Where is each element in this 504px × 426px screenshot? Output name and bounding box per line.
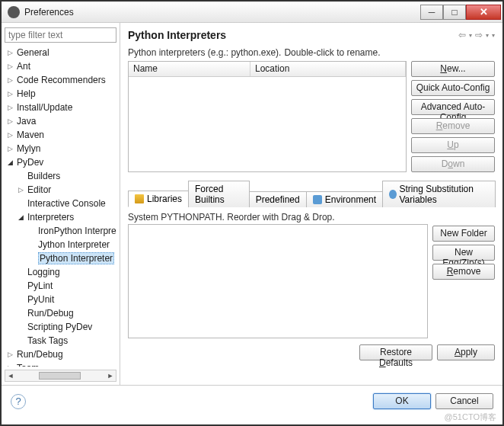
- tree-item-jython-interpreter[interactable]: Jython Interpreter: [5, 238, 116, 251]
- tree-item-code-recommenders[interactable]: ▷Code Recommenders: [5, 73, 116, 87]
- help-icon[interactable]: ?: [11, 394, 26, 409]
- tree-item-task-tags[interactable]: Task Tags: [5, 334, 116, 348]
- tree-item-run-debug[interactable]: ▷Run/Debug: [5, 348, 116, 361]
- tree-item-label: IronPython Interpre: [38, 226, 116, 236]
- tree-item-label: Python Interpreter: [38, 252, 114, 264]
- chevron-down-icon[interactable]: ◢: [18, 213, 27, 221]
- quick-auto-config-button[interactable]: Quick Auto-Config: [411, 80, 495, 96]
- tree-item-interpreters[interactable]: ◢Interpreters: [5, 210, 116, 224]
- tree-item-install-update[interactable]: ▷Install/Update: [5, 101, 116, 114]
- apply-button[interactable]: Apply: [437, 344, 495, 360]
- tree-item-python-interpreter[interactable]: Python Interpreter: [5, 251, 116, 265]
- tab-libraries[interactable]: Libraries: [128, 191, 189, 207]
- window-title: Preferences: [24, 7, 420, 18]
- menu-icon[interactable]: ▾: [492, 32, 495, 39]
- tree-item-logging[interactable]: Logging: [5, 265, 116, 279]
- tree-item-label: Install/Update: [17, 102, 72, 113]
- app-icon: [8, 6, 20, 18]
- environment-icon: [313, 195, 322, 204]
- preference-tree[interactable]: ▷General▷Ant▷Code Recommenders▷Help▷Inst…: [5, 46, 116, 367]
- horizontal-scrollbar[interactable]: ◄►: [5, 370, 116, 382]
- tree-item-pyunit[interactable]: PyUnit: [5, 293, 116, 306]
- chevron-down-icon[interactable]: ◢: [8, 159, 17, 166]
- chevron-right-icon[interactable]: ▷: [8, 364, 17, 367]
- page-title: Python Interpreters: [128, 29, 226, 41]
- chevron-right-icon[interactable]: ▷: [8, 62, 17, 70]
- tree-item-pylint[interactable]: PyLint: [5, 279, 116, 293]
- tree-item-interactive-console[interactable]: Interactive Console: [5, 197, 116, 210]
- minimize-button[interactable]: ─: [420, 5, 443, 20]
- filter-input[interactable]: [5, 27, 116, 43]
- tree-item-label: PyDev: [17, 157, 43, 168]
- tree-item-label: Scripting PyDev: [27, 322, 92, 332]
- col-location[interactable]: Location: [250, 62, 406, 76]
- down-button[interactable]: Down: [411, 156, 495, 172]
- string-sub-icon: [389, 190, 396, 199]
- remove-button[interactable]: Remove: [411, 118, 495, 134]
- tree-item-maven[interactable]: ▷Maven: [5, 128, 116, 142]
- tree-item-label: Help: [17, 88, 36, 99]
- tree-item-team[interactable]: ▷Team: [5, 361, 116, 367]
- tree-item-ant[interactable]: ▷Ant: [5, 59, 116, 73]
- ok-button[interactable]: OK: [373, 393, 431, 409]
- tree-item-java[interactable]: ▷Java: [5, 114, 116, 128]
- tree-item-mylyn[interactable]: ▷Mylyn: [5, 142, 116, 155]
- tree-item-label: Jython Interpreter: [38, 239, 110, 250]
- tree-item-scripting-pydev[interactable]: Scripting PyDev: [5, 320, 116, 334]
- tree-item-label: Mylyn: [17, 143, 40, 154]
- tab-forced-builtins[interactable]: Forced Builtins: [188, 181, 250, 207]
- restore-defaults-button[interactable]: Restore Defaults: [359, 344, 432, 360]
- tree-item-label: Logging: [27, 267, 60, 277]
- tree-item-run-debug[interactable]: Run/Debug: [5, 306, 116, 320]
- tab-environment[interactable]: Environment: [306, 191, 383, 207]
- up-button[interactable]: Up: [411, 137, 495, 153]
- new-folder-button[interactable]: New Folder: [432, 226, 495, 242]
- tree-item-label: Task Tags: [27, 335, 68, 346]
- new-button[interactable]: New...: [411, 61, 495, 77]
- main-panel: Python Interpreters ⇦▾ ⇨▾ ▾ Python inter…: [120, 23, 502, 385]
- chevron-right-icon[interactable]: ▷: [18, 186, 27, 194]
- tree-item-label: Run/Debug: [17, 349, 63, 360]
- page-description: Python interpreters (e.g.: python.exe).D…: [128, 47, 495, 58]
- tree-item-pydev[interactable]: ◢PyDev: [5, 155, 116, 169]
- tab-string-substitution[interactable]: String Substitution Variables: [382, 181, 496, 207]
- chevron-right-icon[interactable]: ▷: [8, 104, 17, 111]
- chevron-right-icon[interactable]: ▷: [8, 49, 17, 56]
- new-egg-zip-button[interactable]: New Egg/Zip(s): [432, 245, 495, 261]
- tree-item-builders[interactable]: Builders: [5, 169, 116, 183]
- chevron-right-icon[interactable]: ▷: [8, 90, 17, 98]
- advanced-auto-config-button[interactable]: Advanced Auto-Config: [411, 99, 495, 115]
- tree-item-label: Java: [17, 116, 36, 127]
- nav-arrows[interactable]: ⇦▾ ⇨▾ ▾: [458, 30, 495, 40]
- tab-bar: Libraries Forced Builtins Predefined Env…: [128, 180, 495, 207]
- close-button[interactable]: ✕: [466, 5, 501, 20]
- libraries-icon: [135, 194, 144, 203]
- chevron-right-icon[interactable]: ▷: [8, 117, 17, 125]
- tree-item-label: Interactive Console: [27, 198, 106, 209]
- tree-item-label: Builders: [27, 171, 60, 181]
- chevron-right-icon[interactable]: ▷: [8, 76, 17, 84]
- maximize-button[interactable]: □: [443, 5, 466, 20]
- back-icon[interactable]: ⇦: [458, 30, 466, 40]
- tree-item-ironpython-interpre[interactable]: IronPython Interpre: [5, 224, 116, 238]
- chevron-right-icon[interactable]: ▷: [8, 131, 17, 139]
- tree-item-editor[interactable]: ▷Editor: [5, 183, 116, 197]
- tree-item-label: Maven: [17, 130, 44, 140]
- tab-predefined[interactable]: Predefined: [249, 191, 307, 207]
- tree-item-label: Interpreters: [27, 212, 74, 223]
- cancel-button[interactable]: Cancel: [435, 393, 493, 409]
- forward-icon[interactable]: ⇨: [475, 30, 483, 40]
- tree-item-label: Editor: [27, 184, 51, 195]
- chevron-right-icon[interactable]: ▷: [8, 351, 17, 358]
- tree-item-label: PyUnit: [27, 294, 54, 305]
- tree-item-label: PyLint: [27, 280, 53, 291]
- col-name[interactable]: Name: [129, 62, 250, 76]
- chevron-right-icon[interactable]: ▷: [8, 145, 17, 152]
- tree-item-general[interactable]: ▷General: [5, 46, 116, 59]
- tree-item-help[interactable]: ▷Help: [5, 87, 116, 101]
- interpreters-table[interactable]: Name Location: [128, 61, 407, 172]
- sidebar: ▷General▷Ant▷Code Recommenders▷Help▷Inst…: [2, 23, 120, 385]
- footer: ? OK Cancel: [2, 385, 502, 417]
- remove-path-button[interactable]: Remove: [432, 264, 495, 280]
- pythonpath-list[interactable]: [128, 224, 428, 338]
